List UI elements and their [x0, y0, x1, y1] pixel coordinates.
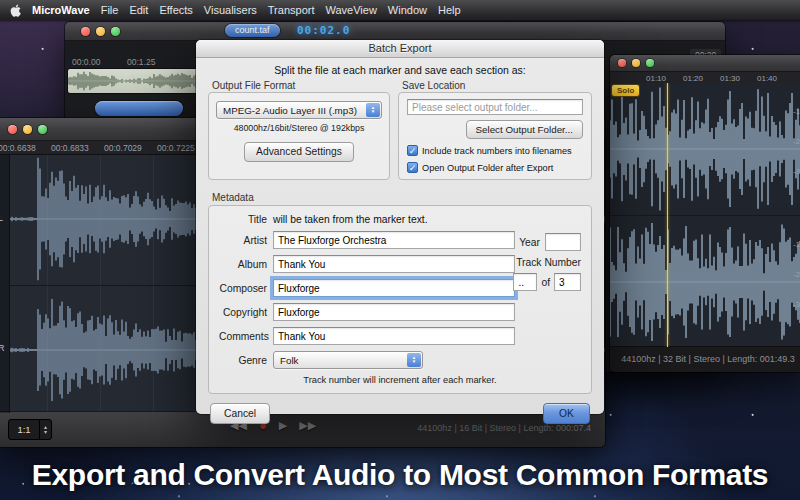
zoom-button[interactable] — [111, 27, 120, 36]
title-note: will be taken from the marker text. — [273, 213, 428, 225]
db-scale-label: -20 — [793, 270, 800, 279]
menu-item-effects[interactable]: Effects — [159, 4, 192, 16]
ruler-label: 01:10 — [646, 74, 666, 83]
ruler-label: 01:30 — [720, 74, 740, 83]
position-indicator[interactable] — [95, 101, 183, 116]
composer-field[interactable] — [273, 279, 515, 297]
composer-label: Composer — [219, 283, 267, 294]
waveform-view[interactable]: Solo -10 -20 -30 -10 -20 -30 — [610, 83, 800, 347]
menu-item-app[interactable]: MicroWave — [32, 4, 90, 16]
group-label: Save Location — [402, 80, 592, 91]
menu-item-waveview[interactable]: WaveView — [325, 4, 376, 16]
ok-button[interactable]: OK — [543, 403, 590, 424]
copyright-label: Copyright — [219, 307, 267, 318]
menu-item-visualisers[interactable]: Visualisers — [204, 4, 257, 16]
menu-item-edit[interactable]: Edit — [129, 4, 148, 16]
output-format-group: Output File Format MPEG-2 Audio Layer II… — [208, 80, 390, 180]
copyright-field[interactable] — [273, 303, 515, 321]
close-button[interactable] — [618, 59, 626, 67]
ruler-label: 01:40 — [757, 74, 777, 83]
marketing-caption: Export and Convert Audio to Most Common … — [0, 458, 800, 492]
include-track-numbers-checkbox[interactable]: Include track numbers into filenames — [407, 145, 583, 156]
genre-dropdown[interactable]: Folk — [273, 351, 423, 369]
ruler-label: 00:0.6833 — [51, 143, 89, 153]
format-details-text: 48000hz/16bit/Stereo @ 192kbps — [234, 123, 365, 133]
channel-gutter: L R — [0, 155, 10, 413]
zoom-control[interactable]: 1:1 — [8, 419, 52, 440]
track-current-field[interactable] — [513, 273, 537, 291]
waveform-channel-right[interactable]: -10 -20 -30 — [610, 215, 800, 347]
checkbox-checked-icon[interactable] — [407, 162, 418, 173]
format-dropdown[interactable]: MPEG-2 Audio Layer III (.mp3) — [216, 101, 382, 119]
status-text: 44100hz | 16 Bit | Stereo | Length: 000:… — [417, 423, 591, 433]
select-output-folder-button[interactable]: Select Output Folder... — [466, 120, 583, 139]
genre-dropdown-value: Folk — [280, 355, 299, 366]
timecode-display: 00:02.0 — [297, 24, 350, 37]
album-field[interactable] — [273, 255, 515, 273]
menu-bar: MicroWave File Edit Effects Visualisers … — [0, 0, 800, 20]
ruler-label: 00:0.7225 — [157, 143, 195, 153]
status-text: 44100hz | 32 Bit | Stereo | Length: 001:… — [610, 346, 800, 372]
minimize-button[interactable] — [23, 125, 32, 134]
comments-field[interactable] — [273, 327, 515, 345]
title-label: Title — [219, 214, 267, 225]
popup-arrows-icon — [407, 353, 421, 367]
db-scale-label: -30 — [793, 300, 800, 309]
genre-label: Genre — [219, 355, 267, 366]
zoom-level: 1:1 — [9, 420, 39, 439]
menu-item-help[interactable]: Help — [438, 4, 461, 16]
format-dropdown-value: MPEG-2 Audio Layer III (.mp3) — [223, 105, 357, 116]
channel-label-left: L — [0, 213, 3, 223]
artist-field[interactable] — [273, 231, 515, 249]
channel-label-right: R — [0, 343, 5, 353]
right-editor-titlebar[interactable] — [610, 55, 800, 72]
track-of-label: of — [541, 277, 550, 288]
menu-item-file[interactable]: File — [101, 4, 119, 16]
stepper-arrows-icon[interactable] — [39, 420, 51, 439]
checkbox-checked-icon[interactable] — [407, 145, 418, 156]
menu-item-transport[interactable]: Transport — [268, 4, 315, 16]
batch-export-dialog: Batch Export Split the file at each mark… — [196, 40, 604, 414]
output-folder-field[interactable] — [407, 99, 583, 115]
dialog-titlebar[interactable]: Batch Export — [196, 40, 604, 58]
album-label: Album — [219, 259, 267, 270]
count-taf-titlebar[interactable]: count.taf 00:02.0 — [65, 22, 725, 41]
db-scale-label: -10 — [793, 240, 800, 249]
group-label: Output File Format — [212, 80, 390, 91]
artist-label: Artist — [219, 235, 267, 246]
db-scale-label: -30 — [793, 167, 800, 176]
playhead-marker[interactable] — [667, 83, 668, 347]
waveform-channel-left[interactable]: -10 -20 -30 — [610, 83, 800, 215]
ruler-label: 00:0.00 — [72, 57, 100, 67]
document-title-badge: count.taf — [225, 24, 280, 37]
apple-menu-icon[interactable] — [10, 4, 21, 17]
window-right-editor: 01:10 01:20 01:30 01:40 Solo -10 -20 -30… — [610, 55, 800, 372]
minimize-button[interactable] — [632, 59, 640, 67]
minimize-button[interactable] — [96, 27, 105, 36]
close-button[interactable] — [81, 27, 90, 36]
db-scale-label: -10 — [793, 107, 800, 116]
comments-label: Comments — [219, 331, 267, 342]
solo-badge[interactable]: Solo — [612, 85, 639, 96]
checkbox-label: Include track numbers into filenames — [422, 146, 572, 156]
ruler-label: 00:0.7029 — [104, 143, 142, 153]
db-scale-label: -20 — [793, 137, 800, 146]
track-total-field[interactable] — [554, 273, 581, 291]
close-button[interactable] — [8, 125, 17, 134]
menu-item-window[interactable]: Window — [388, 4, 427, 16]
zoom-button[interactable] — [38, 125, 47, 134]
ruler-label: 00:0.6638 — [0, 143, 36, 153]
desktop: MicroWave File Edit Effects Visualisers … — [0, 0, 800, 500]
ruler-label: 01:20 — [683, 74, 703, 83]
dialog-header-text: Split the file at each marker and save e… — [196, 64, 604, 76]
save-location-group: Save Location Select Output Folder... In… — [398, 80, 592, 180]
increment-note: Track number will increment after each m… — [219, 375, 581, 385]
metadata-group: Metadata Title will be taken from the ma… — [208, 187, 592, 394]
zoom-button[interactable] — [646, 59, 654, 67]
year-field[interactable] — [545, 233, 581, 251]
popup-arrows-icon — [366, 103, 380, 117]
advanced-settings-button[interactable]: Advanced Settings — [244, 142, 354, 162]
track-number-label: Track Number — [516, 257, 581, 268]
open-output-folder-checkbox[interactable]: Open Output Folder after Export — [407, 162, 583, 173]
cancel-button[interactable]: Cancel — [210, 403, 270, 424]
